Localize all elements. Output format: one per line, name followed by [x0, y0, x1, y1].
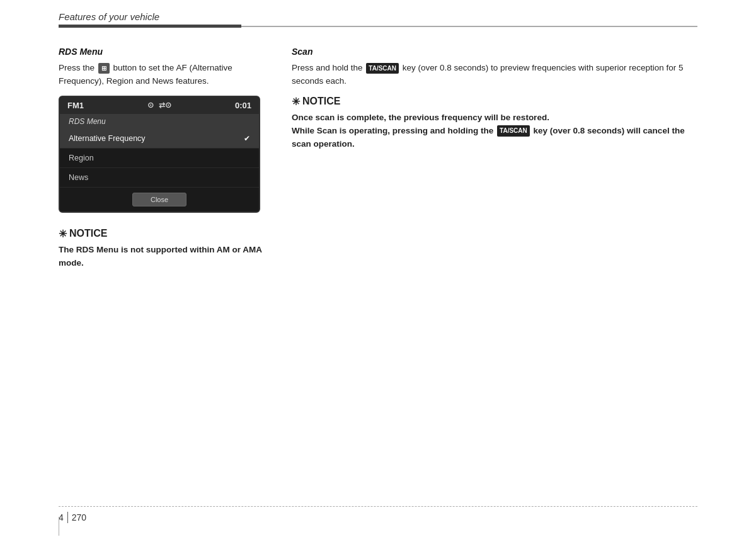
radio-icon-arrows: ⇄⊙ — [159, 101, 171, 110]
footer-rule — [59, 506, 697, 507]
radio-menu-item-af: Alternative Frequency ✔ — [60, 129, 259, 149]
header-rule-light — [241, 26, 697, 27]
ta-scan-badge-2: TA/SCAN — [497, 125, 530, 137]
radio-item-af-check: ✔ — [244, 134, 250, 143]
right-column: Scan Press and hold the TA/SCAN key (ove… — [292, 47, 697, 270]
radio-menu-label: RDS Menu — [60, 114, 259, 129]
radio-menu-item-news: News — [60, 168, 259, 188]
radio-menu-items: Alternative Frequency ✔ Region News — [60, 129, 259, 188]
page-number: 4 270 — [59, 512, 697, 523]
rds-menu-title: RDS Menu — [59, 47, 266, 57]
rds-button-icon: ⊞ — [98, 63, 110, 74]
radio-icons: ⊙ ⇄⊙ — [147, 101, 171, 110]
rds-menu-text: Press the ⊞ button to set the AF (Altern… — [59, 62, 266, 88]
left-notice-box: ✳ NOTICE The RDS Menu is not supported w… — [59, 228, 266, 270]
ta-scan-badge-1: TA/SCAN — [366, 63, 399, 74]
page-footer: 4 270 — [59, 506, 697, 523]
main-content: RDS Menu Press the ⊞ button to set the A… — [0, 28, 756, 270]
radio-item-af-label: Alternative Frequency — [69, 134, 146, 143]
radio-topbar: FM1 ⊙ ⇄⊙ 0:01 — [60, 97, 259, 114]
page-title: Features of your vehicle — [59, 11, 697, 22]
right-notice-title: ✳ NOTICE — [292, 96, 697, 108]
scan-title: Scan — [292, 47, 697, 57]
chapter-number: 4 — [59, 512, 64, 522]
left-notice-title: ✳ NOTICE — [59, 228, 266, 240]
footer-left-rule — [59, 517, 59, 536]
radio-item-region-label: Region — [69, 154, 94, 162]
left-column: RDS Menu Press the ⊞ button to set the A… — [59, 47, 266, 270]
radio-close-button[interactable]: Close — [132, 193, 186, 206]
page-header: Features of your vehicle — [0, 0, 756, 28]
header-rule-dark — [59, 25, 241, 28]
radio-close-bar: Close — [60, 188, 259, 212]
radio-item-news-label: News — [69, 173, 88, 182]
radio-icon-circle: ⊙ — [147, 101, 154, 110]
right-notice-title-text: NOTICE — [302, 96, 340, 107]
left-notice-text: The RDS Menu is not supported within AM … — [59, 244, 266, 270]
radio-screen: FM1 ⊙ ⇄⊙ 0:01 RDS Menu Alternative Frequ… — [59, 96, 260, 213]
radio-menu-item-region: Region — [60, 149, 259, 168]
left-notice-star: ✳ — [59, 228, 67, 240]
radio-station: FM1 — [67, 101, 84, 110]
left-notice-title-text: NOTICE — [69, 228, 107, 239]
radio-time: 0:01 — [235, 101, 251, 110]
page-num-divider — [67, 512, 68, 523]
right-notice-star: ✳ — [292, 96, 300, 108]
scan-text: Press and hold the TA/SCAN key (over 0.8… — [292, 62, 697, 88]
right-notice-text: Once scan is complete, the previous freq… — [292, 111, 697, 151]
right-notice-box: ✳ NOTICE Once scan is complete, the prev… — [292, 96, 697, 151]
page-num: 270 — [72, 512, 86, 522]
